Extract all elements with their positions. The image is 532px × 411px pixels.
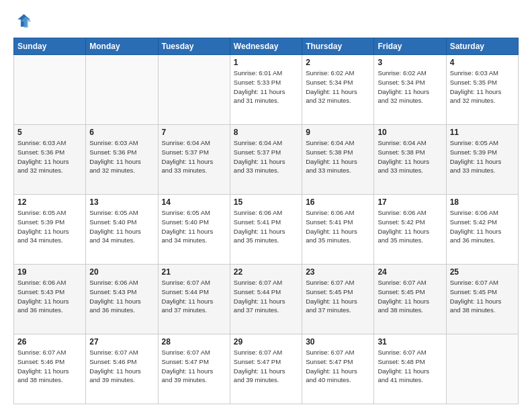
calendar-day-header: Tuesday: [158, 38, 230, 55]
day-info: Sunrise: 6:03 AM Sunset: 5:36 PM Dayligh…: [89, 138, 154, 175]
calendar-table: SundayMondayTuesdayWednesdayThursdayFrid…: [13, 38, 519, 404]
calendar-day-header: Thursday: [302, 38, 374, 55]
calendar-cell: 25Sunrise: 6:07 AM Sunset: 5:45 PM Dayli…: [446, 265, 518, 334]
day-info: Sunrise: 6:07 AM Sunset: 5:45 PM Dayligh…: [306, 278, 370, 315]
calendar-cell: 24Sunrise: 6:07 AM Sunset: 5:45 PM Dayli…: [374, 265, 446, 334]
calendar-day-header: Saturday: [446, 38, 518, 55]
day-info: Sunrise: 6:07 AM Sunset: 5:45 PM Dayligh…: [378, 278, 442, 315]
calendar-cell: [14, 55, 86, 125]
calendar-cell: 3Sunrise: 6:02 AM Sunset: 5:34 PM Daylig…: [374, 55, 446, 125]
day-number: 25: [450, 267, 515, 277]
day-info: Sunrise: 6:07 AM Sunset: 5:47 PM Dayligh…: [234, 348, 298, 385]
calendar-cell: 28Sunrise: 6:07 AM Sunset: 5:47 PM Dayli…: [158, 334, 230, 404]
day-info: Sunrise: 6:07 AM Sunset: 5:46 PM Dayligh…: [89, 348, 154, 385]
day-number: 2: [306, 58, 370, 67]
day-number: 28: [162, 337, 226, 347]
day-number: 16: [306, 197, 370, 207]
day-info: Sunrise: 6:06 AM Sunset: 5:41 PM Dayligh…: [306, 208, 370, 245]
day-info: Sunrise: 6:06 AM Sunset: 5:41 PM Dayligh…: [234, 208, 298, 245]
logo: [13, 12, 35, 31]
day-info: Sunrise: 6:07 AM Sunset: 5:45 PM Dayligh…: [450, 278, 515, 315]
day-info: Sunrise: 6:07 AM Sunset: 5:44 PM Dayligh…: [234, 278, 298, 315]
day-info: Sunrise: 6:02 AM Sunset: 5:34 PM Dayligh…: [378, 68, 442, 105]
day-number: 31: [378, 337, 442, 347]
calendar-week-row: 19Sunrise: 6:06 AM Sunset: 5:43 PM Dayli…: [14, 265, 519, 334]
day-number: 30: [306, 337, 370, 347]
calendar-day-header: Friday: [374, 38, 446, 55]
calendar-cell: 12Sunrise: 6:05 AM Sunset: 5:39 PM Dayli…: [14, 195, 86, 265]
day-number: 3: [378, 58, 442, 67]
day-info: Sunrise: 6:07 AM Sunset: 5:44 PM Dayligh…: [162, 278, 226, 315]
header: [13, 12, 519, 31]
calendar-week-row: 5Sunrise: 6:03 AM Sunset: 5:36 PM Daylig…: [14, 125, 519, 195]
day-info: Sunrise: 6:07 AM Sunset: 5:48 PM Dayligh…: [378, 348, 442, 385]
day-info: Sunrise: 6:04 AM Sunset: 5:38 PM Dayligh…: [306, 138, 370, 175]
day-info: Sunrise: 6:04 AM Sunset: 5:37 PM Dayligh…: [234, 138, 298, 175]
day-number: 22: [234, 267, 298, 277]
day-info: Sunrise: 6:06 AM Sunset: 5:42 PM Dayligh…: [378, 208, 442, 245]
day-number: 7: [162, 128, 226, 137]
day-number: 4: [450, 58, 515, 67]
calendar-cell: [86, 55, 158, 125]
calendar-day-header: Sunday: [14, 38, 86, 55]
day-number: 27: [89, 337, 154, 347]
day-info: Sunrise: 6:05 AM Sunset: 5:40 PM Dayligh…: [162, 208, 226, 245]
calendar-day-header: Monday: [86, 38, 158, 55]
calendar-cell: 16Sunrise: 6:06 AM Sunset: 5:41 PM Dayli…: [302, 195, 374, 265]
day-info: Sunrise: 6:03 AM Sunset: 5:36 PM Dayligh…: [17, 138, 82, 175]
day-info: Sunrise: 6:07 AM Sunset: 5:46 PM Dayligh…: [17, 348, 82, 385]
day-info: Sunrise: 6:06 AM Sunset: 5:43 PM Dayligh…: [89, 278, 154, 315]
day-number: 1: [234, 58, 298, 67]
calendar-cell: 4Sunrise: 6:03 AM Sunset: 5:35 PM Daylig…: [446, 55, 518, 125]
day-number: 17: [378, 197, 442, 207]
calendar-cell: [446, 334, 518, 404]
day-number: 11: [450, 128, 515, 137]
day-number: 5: [17, 128, 82, 137]
calendar-cell: 20Sunrise: 6:06 AM Sunset: 5:43 PM Dayli…: [86, 265, 158, 334]
day-info: Sunrise: 6:04 AM Sunset: 5:37 PM Dayligh…: [162, 138, 226, 175]
calendar-cell: 18Sunrise: 6:06 AM Sunset: 5:42 PM Dayli…: [446, 195, 518, 265]
day-info: Sunrise: 6:05 AM Sunset: 5:39 PM Dayligh…: [450, 138, 515, 175]
calendar-cell: 13Sunrise: 6:05 AM Sunset: 5:40 PM Dayli…: [86, 195, 158, 265]
day-number: 8: [234, 128, 298, 137]
day-number: 13: [89, 197, 154, 207]
day-number: 10: [378, 128, 442, 137]
calendar-cell: 21Sunrise: 6:07 AM Sunset: 5:44 PM Dayli…: [158, 265, 230, 334]
calendar-day-header: Wednesday: [230, 38, 302, 55]
calendar-cell: 27Sunrise: 6:07 AM Sunset: 5:46 PM Dayli…: [86, 334, 158, 404]
calendar-cell: 15Sunrise: 6:06 AM Sunset: 5:41 PM Dayli…: [230, 195, 302, 265]
day-info: Sunrise: 6:07 AM Sunset: 5:47 PM Dayligh…: [162, 348, 226, 385]
calendar-cell: 9Sunrise: 6:04 AM Sunset: 5:38 PM Daylig…: [302, 125, 374, 195]
calendar-cell: 17Sunrise: 6:06 AM Sunset: 5:42 PM Dayli…: [374, 195, 446, 265]
day-number: 24: [378, 267, 442, 277]
day-number: 21: [162, 267, 226, 277]
calendar-cell: 19Sunrise: 6:06 AM Sunset: 5:43 PM Dayli…: [14, 265, 86, 334]
calendar-cell: [158, 55, 230, 125]
calendar-cell: 22Sunrise: 6:07 AM Sunset: 5:44 PM Dayli…: [230, 265, 302, 334]
day-number: 26: [17, 337, 82, 347]
day-number: 15: [234, 197, 298, 207]
day-info: Sunrise: 6:03 AM Sunset: 5:35 PM Dayligh…: [450, 68, 515, 105]
day-number: 12: [17, 197, 82, 207]
day-number: 9: [306, 128, 370, 137]
calendar-week-row: 26Sunrise: 6:07 AM Sunset: 5:46 PM Dayli…: [14, 334, 519, 404]
day-number: 18: [450, 197, 515, 207]
calendar-header-row: SundayMondayTuesdayWednesdayThursdayFrid…: [14, 38, 519, 55]
calendar-cell: 30Sunrise: 6:07 AM Sunset: 5:47 PM Dayli…: [302, 334, 374, 404]
calendar-cell: 7Sunrise: 6:04 AM Sunset: 5:37 PM Daylig…: [158, 125, 230, 195]
calendar-cell: 6Sunrise: 6:03 AM Sunset: 5:36 PM Daylig…: [86, 125, 158, 195]
calendar-cell: 2Sunrise: 6:02 AM Sunset: 5:34 PM Daylig…: [302, 55, 374, 125]
calendar-cell: 23Sunrise: 6:07 AM Sunset: 5:45 PM Dayli…: [302, 265, 374, 334]
day-info: Sunrise: 6:04 AM Sunset: 5:38 PM Dayligh…: [378, 138, 442, 175]
day-number: 19: [17, 267, 82, 277]
day-number: 14: [162, 197, 226, 207]
calendar-cell: 31Sunrise: 6:07 AM Sunset: 5:48 PM Dayli…: [374, 334, 446, 404]
day-number: 23: [306, 267, 370, 277]
day-info: Sunrise: 6:07 AM Sunset: 5:47 PM Dayligh…: [306, 348, 370, 385]
page: SundayMondayTuesdayWednesdayThursdayFrid…: [0, 0, 532, 411]
calendar-cell: 1Sunrise: 6:01 AM Sunset: 5:33 PM Daylig…: [230, 55, 302, 125]
calendar-cell: 5Sunrise: 6:03 AM Sunset: 5:36 PM Daylig…: [14, 125, 86, 195]
day-number: 20: [89, 267, 154, 277]
day-info: Sunrise: 6:06 AM Sunset: 5:42 PM Dayligh…: [450, 208, 515, 245]
calendar-cell: 11Sunrise: 6:05 AM Sunset: 5:39 PM Dayli…: [446, 125, 518, 195]
